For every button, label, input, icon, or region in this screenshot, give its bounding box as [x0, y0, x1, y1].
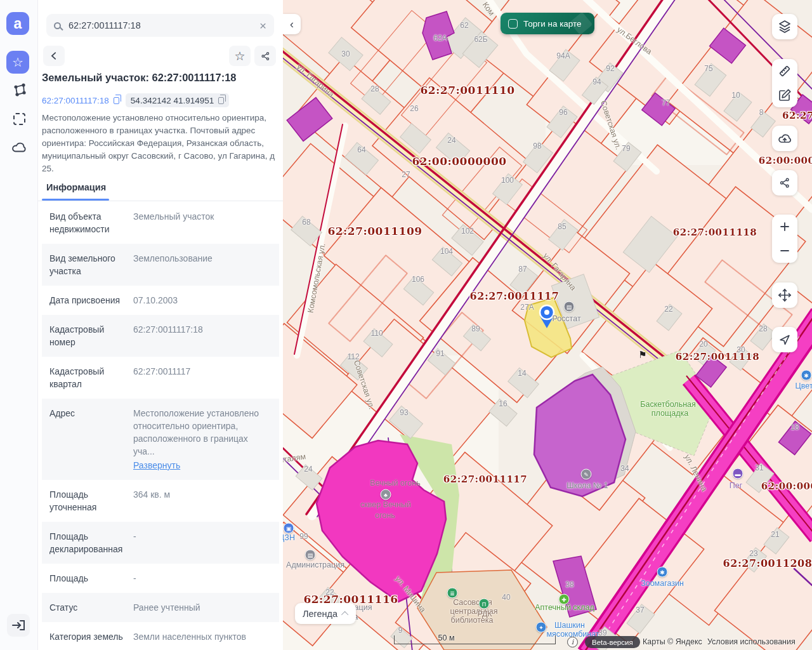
tab-information[interactable]: Информация — [46, 182, 106, 192]
sign-in-icon — [10, 617, 27, 633]
share-icon — [778, 176, 791, 189]
locate-me-button[interactable] — [772, 327, 797, 352]
info-row-label: Кадастровый квартал — [49, 365, 133, 390]
info-row-value: Ранее учтенный — [133, 601, 272, 614]
search-bar[interactable]: × — [46, 14, 274, 37]
auctions-on-map-toggle[interactable]: Торги на карте — [501, 13, 594, 34]
info-row-value: Земельный участок — [133, 210, 272, 235]
info-row: Категория земельЗемли населенных пунктов — [42, 622, 279, 650]
info-row: Вид объекта недвижимостиЗемельный участо… — [42, 202, 279, 244]
layers-button[interactable] — [772, 14, 797, 39]
clear-search-icon[interactable]: × — [259, 20, 266, 32]
info-row-label: Статус — [49, 601, 133, 614]
info-row-value: Земли населенных пунктов — [133, 630, 272, 643]
page-title: Земельный участок: 62:27:0011117:18 — [42, 72, 278, 84]
back-chevron-icon — [49, 51, 59, 61]
attribution-yandex: Карты © Яндекс — [643, 637, 702, 646]
minus-icon — [778, 244, 792, 258]
plus-icon — [778, 220, 792, 234]
share-map-button[interactable] — [772, 170, 797, 196]
info-row-value: 07.10.2003 — [133, 294, 272, 307]
info-row: Дата присвоения07.10.2003 — [42, 286, 279, 315]
chevron-up-icon — [341, 611, 348, 618]
upload-button[interactable] — [772, 126, 797, 151]
info-table: Вид объекта недвижимостиЗемельный участо… — [42, 202, 279, 650]
info-row-label: Площадь декларированная — [49, 530, 133, 555]
measure-edit-group — [772, 59, 797, 107]
sidebar-item-favorites[interactable]: ☆ — [6, 51, 29, 74]
expand-link[interactable]: Развернуть — [133, 459, 180, 472]
search-icon — [54, 22, 61, 29]
info-row: Площадь- — [42, 564, 279, 593]
scale-label: 50 м — [395, 633, 498, 642]
checkbox-icon[interactable] — [508, 19, 518, 29]
info-row-label: Площадь уточненная — [49, 488, 133, 514]
info-row-value: - — [133, 530, 272, 555]
coordinates-chip[interactable]: 54.342142 41.914951 — [126, 93, 229, 107]
selection-square-icon — [13, 113, 25, 125]
info-icon[interactable]: i — [567, 637, 578, 647]
info-row-value: 62:27:0011117 — [133, 365, 272, 390]
info-row-value: 364 кв. м — [133, 488, 272, 514]
pan-mode-button[interactable] — [772, 282, 797, 308]
draw-polygon-icon — [11, 81, 27, 98]
star-icon: ☆ — [234, 49, 245, 63]
info-row-label: Категория земель — [49, 630, 133, 643]
info-row-value: 62:27:0011117:18 — [133, 323, 272, 348]
info-row-label: Вид земельного участка — [49, 252, 133, 277]
cloud-icon — [11, 139, 27, 156]
zoom-in-button[interactable] — [772, 215, 797, 239]
copy-icon[interactable] — [114, 97, 119, 104]
edit-button[interactable] — [772, 83, 797, 107]
info-row: СтатусРанее учтенный — [42, 593, 279, 622]
auctions-toggle-label: Торги на карте — [523, 19, 582, 29]
cadastral-number-link[interactable]: 62:27:0011117:18 — [42, 96, 119, 105]
sign-in-button[interactable] — [7, 614, 30, 637]
navigation-arrow-icon — [778, 333, 792, 347]
scale-bar: 50 м — [394, 635, 556, 644]
back-button[interactable] — [43, 46, 65, 66]
info-row-value: Местоположение установлено относительно … — [133, 407, 272, 472]
info-row: Площадь декларированная- — [42, 522, 279, 564]
zoom-out-button[interactable] — [772, 239, 797, 263]
legend-button[interactable]: Легенда — [295, 603, 356, 624]
cloud-upload-icon — [777, 131, 792, 146]
info-row-label: Площадь — [49, 572, 133, 585]
info-row-value: - — [133, 572, 272, 585]
sidebar-item-draw-polygon[interactable] — [11, 81, 27, 98]
sidebar-item-select-area[interactable] — [11, 110, 27, 127]
info-row: АдресМестоположение установлено относите… — [42, 399, 279, 480]
divider — [38, 201, 283, 201]
move-icon — [777, 288, 792, 303]
layers-icon — [777, 19, 792, 34]
info-row: Вид земельного участкаЗемлепользование — [42, 244, 279, 286]
legend-label: Легенда — [303, 609, 337, 619]
panel-action-row: ☆ — [43, 46, 278, 66]
search-input[interactable] — [69, 20, 259, 30]
ruler-button[interactable] — [772, 59, 797, 83]
object-description: Местоположение установлено относительно … — [42, 112, 275, 175]
info-row: Кадастровый номер62:27:0011117:18 — [42, 315, 279, 357]
zoom-group — [772, 215, 797, 263]
share-icon — [260, 51, 271, 62]
share-button[interactable] — [254, 46, 276, 66]
cadastral-map-app: a ☆ × — [0, 0, 812, 650]
beta-badge: Beta-версия — [585, 636, 640, 648]
left-icon-rail: a ☆ — [0, 0, 38, 650]
info-row-label: Адрес — [49, 407, 133, 472]
info-row: Кадастровый квартал62:27:0011117 — [42, 357, 279, 399]
attribution-terms-link[interactable]: Условия использования — [707, 637, 796, 646]
chips-row: 62:27:0011117:18 54.342142 41.914951 — [42, 93, 229, 107]
info-row-label: Кадастровый номер — [49, 323, 133, 348]
favorite-button[interactable]: ☆ — [229, 46, 251, 66]
map-canvas[interactable]: 62:27:001111062:00:000000062:27:00111096… — [283, 0, 812, 650]
copy-icon[interactable] — [218, 97, 224, 104]
sidebar-item-cloud[interactable] — [11, 139, 27, 156]
object-info-panel: × ☆ Земельный участок: 62:27:0011117:18 … — [38, 0, 283, 650]
info-row-value: Землепользование — [133, 252, 272, 277]
ruler-icon — [777, 63, 792, 79]
collapse-panel-button[interactable]: ‹ — [283, 14, 301, 34]
app-logo-icon[interactable]: a — [6, 12, 29, 35]
edit-icon — [777, 88, 792, 103]
star-icon: ☆ — [12, 55, 23, 70]
